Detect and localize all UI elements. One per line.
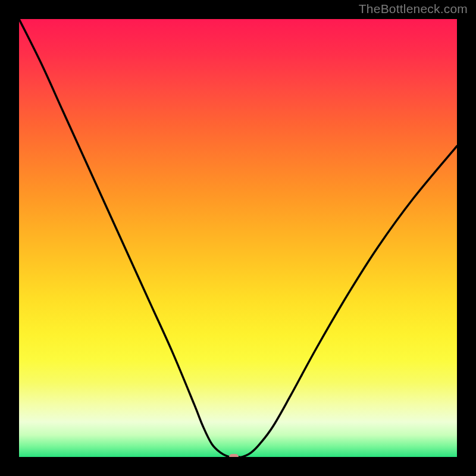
plot-area [19,19,457,457]
watermark-text: TheBottleneck.com [359,2,468,16]
bottleneck-curve [19,19,457,457]
optimum-marker [229,454,239,457]
chart-frame: TheBottleneck.com [0,0,476,476]
